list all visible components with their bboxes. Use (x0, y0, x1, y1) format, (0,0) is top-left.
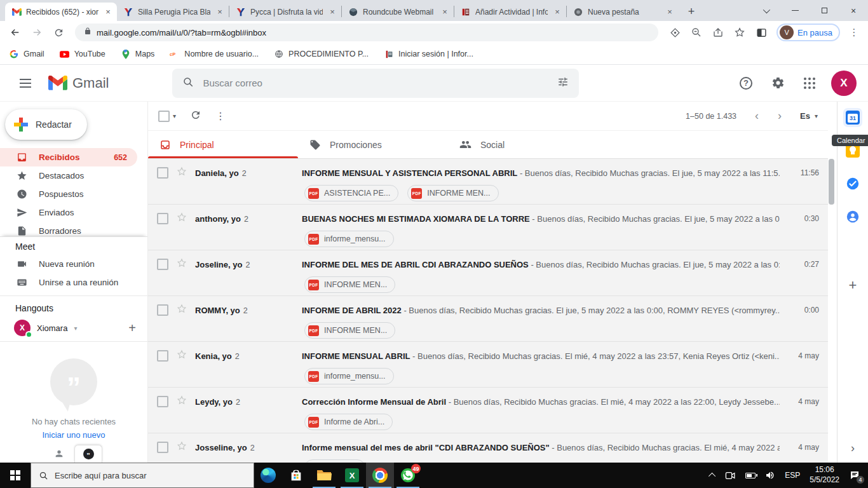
tab-principal[interactable]: Principal (148, 131, 298, 158)
google-apps-grid-icon[interactable] (797, 71, 822, 96)
search-options-icon[interactable] (557, 76, 569, 90)
star-icon[interactable] (176, 395, 187, 409)
bookmark-gmail[interactable]: Gmail (9, 49, 44, 59)
new-chat-plus-icon[interactable]: + (128, 321, 136, 336)
tab-anadir-actividad[interactable]: Añadir Actividad | Info × (454, 3, 566, 21)
hamburger-menu-icon[interactable] (13, 71, 38, 96)
browser-menu-icon[interactable]: ⋮ (846, 27, 862, 38)
email-row[interactable]: Leydy, yo2 Corrección Informe Mensual de… (148, 388, 828, 433)
address-bar[interactable]: mail.google.com/mail/u/0/?tab=rm&ogbl#in… (75, 24, 658, 41)
show-hidden-icons[interactable] (710, 473, 715, 478)
sidebar-item-borradores[interactable]: Borradores (0, 222, 137, 236)
new-tab-button[interactable]: + (682, 3, 700, 20)
tab-close-icon[interactable]: × (440, 7, 450, 17)
row-checkbox[interactable] (157, 213, 168, 224)
row-checkbox[interactable] (157, 167, 168, 179)
lock-icon[interactable] (84, 27, 92, 38)
help-icon[interactable]: ? (733, 71, 759, 96)
input-language-selector[interactable]: Es ▾ (800, 111, 818, 121)
back-icon[interactable] (6, 24, 24, 41)
hangouts-tab[interactable]: ” (74, 445, 102, 463)
bookmark-cpanel[interactable]: cP Nombre de usuario... (170, 49, 259, 59)
email-row[interactable]: Daniela, yo2 INFORME MENSUAL Y ASISTENCI… (148, 159, 828, 205)
chevron-down-icon[interactable]: ▾ (74, 325, 77, 332)
sidebar-item-recibidos[interactable]: Recibidos 652 (0, 148, 137, 166)
tab-roundcube[interactable]: Roundcube Webmail :: × (342, 3, 454, 21)
gmail-account-avatar[interactable]: X (831, 71, 857, 96)
row-checkbox[interactable] (157, 259, 168, 270)
taskbar-excel[interactable]: X (338, 463, 366, 488)
star-icon[interactable] (176, 303, 187, 317)
compose-button[interactable]: Redactar (5, 109, 87, 140)
url-text[interactable]: mail.google.com/mail/u/0/?tab=rm&ogbl#in… (97, 28, 266, 37)
tab-close-icon[interactable]: × (665, 7, 675, 17)
volume-icon[interactable] (765, 470, 775, 480)
attachment-chip[interactable]: PDFinforme_mensu... (304, 368, 394, 384)
taskbar-whatsapp[interactable]: 49 (394, 463, 422, 488)
attachment-chip[interactable]: PDFInforme de Abri... (304, 414, 393, 430)
reload-icon[interactable] (50, 24, 67, 41)
tasks-panel-button[interactable] (843, 174, 862, 193)
tab-close-icon[interactable]: × (103, 7, 113, 17)
action-center-icon[interactable]: 4 (849, 470, 860, 481)
tab-social[interactable]: Social (448, 131, 598, 158)
taskbar-clock[interactable]: 15:06 5/5/2022 (810, 465, 839, 485)
hangouts-user-row[interactable]: X Xiomara ▾ + (0, 316, 147, 342)
bookmark-maps[interactable]: Maps (121, 49, 155, 59)
taskbar-edge[interactable] (254, 463, 282, 488)
tab-promociones[interactable]: Promociones (298, 131, 448, 158)
gmail-search-box[interactable]: Buscar correo (172, 69, 579, 98)
email-row[interactable]: ROMMY, yo2 INFORME DE ABRIL 2022 - Bueno… (148, 296, 828, 342)
search-icon[interactable] (182, 76, 194, 90)
email-row[interactable]: Kenia, yo2 INFORME MENSUAL ABRIL - Bueno… (148, 342, 828, 388)
sidebar-item-pospuestos[interactable]: Pospuestos (0, 185, 137, 203)
search-input[interactable]: Buscar correo (203, 78, 548, 88)
older-page-icon[interactable]: › (771, 109, 789, 123)
tab-close-icon[interactable]: × (215, 7, 225, 17)
email-row[interactable]: anthony, yo2 BUENAS NOCHES MI ESTIMADA X… (148, 205, 828, 250)
battery-icon[interactable] (745, 473, 756, 478)
add-panel-app-icon[interactable]: + (849, 277, 857, 294)
attachment-chip[interactable]: PDFinforme_mensu... (304, 231, 394, 247)
sidebar-item-nueva-reunion[interactable]: Nueva reunión (0, 255, 137, 273)
row-checkbox[interactable] (157, 304, 168, 316)
side-panel-icon[interactable] (752, 24, 770, 41)
star-icon[interactable] (176, 166, 187, 180)
tab-close-icon[interactable]: × (552, 7, 562, 17)
tab-silla-perugia[interactable]: Silla Perugia Pica Blanc × (117, 3, 229, 21)
browser-profile-chip[interactable]: V En pausa (776, 24, 840, 41)
tab-close-icon[interactable]: × (327, 7, 337, 17)
row-checkbox[interactable] (157, 350, 168, 362)
contacts-tab[interactable] (45, 445, 73, 463)
more-options-icon[interactable]: ⋮ (215, 110, 226, 122)
row-checkbox[interactable] (157, 396, 168, 407)
tab-gmail[interactable]: Recibidos (652) - xiom × (5, 3, 117, 21)
minimize-button[interactable] (780, 0, 810, 21)
attachment-chip[interactable]: PDFASISTENCIA PE... (304, 185, 398, 201)
newer-page-icon[interactable]: ‹ (748, 109, 766, 123)
start-new-chat-link[interactable]: Iniciar uno nuevo (0, 430, 147, 440)
contacts-panel-button[interactable] (843, 207, 862, 226)
bookmark-iniciar-sesion[interactable]: Iniciar sesión | Infor... (384, 49, 473, 59)
taskbar-chrome[interactable] (366, 463, 394, 488)
star-icon[interactable] (176, 440, 187, 454)
tab-search-icon[interactable] (751, 0, 780, 21)
mail-list-scrollbar[interactable] (829, 102, 834, 463)
bookmark-star-icon[interactable] (731, 24, 749, 41)
sidebar-item-destacados[interactable]: Destacados (0, 166, 137, 185)
calendar-panel-button[interactable]: 31 (843, 108, 862, 127)
attachment-chip[interactable]: PDFINFORME MEN... (407, 185, 498, 201)
tab-nueva-pestana[interactable]: Nueva pestaña × (567, 3, 679, 21)
row-checkbox[interactable] (157, 442, 168, 453)
star-icon[interactable] (176, 349, 187, 363)
extension-eye-icon[interactable] (666, 24, 684, 41)
email-row[interactable]: Joseline, yo2 INFORME DEL MES DE ABRIL C… (148, 250, 828, 296)
bookmark-procedimiento[interactable]: PROCEDIMIENTO P... (274, 49, 369, 59)
scrollbar-thumb[interactable] (829, 159, 834, 205)
tab-pycca[interactable]: Pycca | Disfruta la vida × (229, 3, 341, 21)
share-icon[interactable] (709, 24, 727, 41)
refresh-icon[interactable] (190, 109, 201, 123)
collapse-panel-icon[interactable]: › (837, 442, 868, 455)
close-button[interactable]: × (839, 0, 868, 21)
star-icon[interactable] (176, 257, 187, 271)
